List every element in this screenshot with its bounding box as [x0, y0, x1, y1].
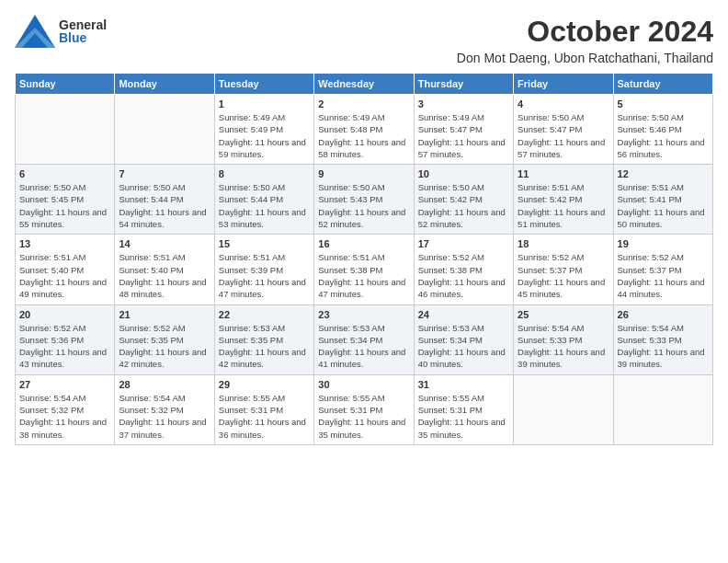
day-info: Sunrise: 5:51 AMSunset: 5:40 PMDaylight:…	[19, 251, 110, 300]
col-saturday: Saturday	[613, 74, 712, 95]
day-number: 13	[19, 238, 110, 249]
day-number: 31	[418, 379, 509, 390]
day-info: Sunrise: 5:51 AMSunset: 5:40 PMDaylight:…	[119, 251, 210, 300]
calendar-cell: 27Sunrise: 5:54 AMSunset: 5:32 PMDayligh…	[16, 374, 115, 444]
logo-blue-text: Blue	[59, 31, 107, 44]
calendar-cell: 26Sunrise: 5:54 AMSunset: 5:33 PMDayligh…	[613, 304, 712, 374]
calendar-cell: 20Sunrise: 5:52 AMSunset: 5:36 PMDayligh…	[16, 304, 115, 374]
day-info: Sunrise: 5:54 AMSunset: 5:33 PMDaylight:…	[518, 322, 609, 371]
day-info: Sunrise: 5:53 AMSunset: 5:34 PMDaylight:…	[318, 322, 409, 371]
calendar-week-4: 20Sunrise: 5:52 AMSunset: 5:36 PMDayligh…	[16, 304, 713, 374]
day-info: Sunrise: 5:49 AMSunset: 5:47 PMDaylight:…	[418, 111, 509, 160]
day-info: Sunrise: 5:50 AMSunset: 5:44 PMDaylight:…	[219, 181, 310, 230]
calendar-cell: 28Sunrise: 5:54 AMSunset: 5:32 PMDayligh…	[115, 374, 214, 444]
day-number: 2	[318, 98, 409, 109]
day-info: Sunrise: 5:55 AMSunset: 5:31 PMDaylight:…	[318, 392, 409, 441]
day-info: Sunrise: 5:50 AMSunset: 5:44 PMDaylight:…	[119, 181, 210, 230]
calendar-cell: 5Sunrise: 5:50 AMSunset: 5:46 PMDaylight…	[613, 95, 712, 165]
day-info: Sunrise: 5:51 AMSunset: 5:38 PMDaylight:…	[318, 251, 409, 300]
calendar-table: Sunday Monday Tuesday Wednesday Thursday…	[15, 73, 713, 445]
calendar-cell: 21Sunrise: 5:52 AMSunset: 5:35 PMDayligh…	[115, 304, 214, 374]
calendar-header-row: Sunday Monday Tuesday Wednesday Thursday…	[16, 74, 713, 95]
col-sunday: Sunday	[16, 74, 115, 95]
calendar-cell: 4Sunrise: 5:50 AMSunset: 5:47 PMDaylight…	[514, 95, 613, 165]
day-number: 3	[418, 98, 509, 109]
location-title: Don Mot Daeng, Ubon Ratchathani, Thailan…	[457, 51, 713, 65]
calendar-week-5: 27Sunrise: 5:54 AMSunset: 5:32 PMDayligh…	[16, 374, 713, 444]
day-number: 27	[19, 379, 110, 390]
calendar-cell: 15Sunrise: 5:51 AMSunset: 5:39 PMDayligh…	[214, 235, 313, 304]
calendar-cell: 16Sunrise: 5:51 AMSunset: 5:38 PMDayligh…	[314, 235, 414, 304]
month-title: October 2024	[457, 15, 713, 49]
day-number: 5	[618, 98, 709, 109]
day-number: 26	[618, 309, 709, 320]
day-number: 14	[119, 238, 210, 249]
day-info: Sunrise: 5:53 AMSunset: 5:35 PMDaylight:…	[219, 322, 310, 371]
col-friday: Friday	[514, 74, 613, 95]
day-info: Sunrise: 5:50 AMSunset: 5:47 PMDaylight:…	[518, 111, 609, 160]
logo-text: General Blue	[59, 18, 107, 44]
day-number: 16	[318, 238, 409, 249]
day-number: 7	[119, 168, 210, 179]
day-number: 10	[418, 168, 509, 179]
title-block: October 2024 Don Mot Daeng, Ubon Ratchat…	[457, 15, 713, 65]
day-number: 29	[219, 379, 310, 390]
calendar-cell: 10Sunrise: 5:50 AMSunset: 5:42 PMDayligh…	[414, 165, 513, 235]
calendar-week-3: 13Sunrise: 5:51 AMSunset: 5:40 PMDayligh…	[16, 235, 713, 304]
day-info: Sunrise: 5:53 AMSunset: 5:34 PMDaylight:…	[418, 322, 509, 371]
day-info: Sunrise: 5:50 AMSunset: 5:42 PMDaylight:…	[418, 181, 509, 230]
day-info: Sunrise: 5:54 AMSunset: 5:32 PMDaylight:…	[19, 392, 110, 441]
calendar-cell: 9Sunrise: 5:50 AMSunset: 5:43 PMDaylight…	[314, 165, 414, 235]
header: General Blue October 2024 Don Mot Daeng,…	[15, 15, 713, 65]
day-number: 15	[219, 238, 310, 249]
calendar-cell: 25Sunrise: 5:54 AMSunset: 5:33 PMDayligh…	[514, 304, 613, 374]
calendar-cell: 24Sunrise: 5:53 AMSunset: 5:34 PMDayligh…	[414, 304, 513, 374]
calendar-cell: 7Sunrise: 5:50 AMSunset: 5:44 PMDaylight…	[115, 165, 214, 235]
calendar-cell	[613, 374, 712, 444]
calendar-cell: 2Sunrise: 5:49 AMSunset: 5:48 PMDaylight…	[314, 95, 414, 165]
day-info: Sunrise: 5:50 AMSunset: 5:45 PMDaylight:…	[19, 181, 110, 230]
calendar-cell: 1Sunrise: 5:49 AMSunset: 5:49 PMDaylight…	[214, 95, 313, 165]
day-number: 21	[119, 309, 210, 320]
day-number: 12	[618, 168, 709, 179]
calendar-cell: 11Sunrise: 5:51 AMSunset: 5:42 PMDayligh…	[514, 165, 613, 235]
day-info: Sunrise: 5:51 AMSunset: 5:42 PMDaylight:…	[518, 181, 609, 230]
day-number: 9	[318, 168, 409, 179]
day-number: 6	[19, 168, 110, 179]
col-monday: Monday	[115, 74, 214, 95]
day-number: 22	[219, 309, 310, 320]
day-number: 28	[119, 379, 210, 390]
calendar-cell: 13Sunrise: 5:51 AMSunset: 5:40 PMDayligh…	[16, 235, 115, 304]
calendar-cell: 12Sunrise: 5:51 AMSunset: 5:41 PMDayligh…	[613, 165, 712, 235]
day-number: 24	[418, 309, 509, 320]
day-number: 1	[219, 98, 310, 109]
day-info: Sunrise: 5:49 AMSunset: 5:49 PMDaylight:…	[219, 111, 310, 160]
calendar-cell: 3Sunrise: 5:49 AMSunset: 5:47 PMDaylight…	[414, 95, 513, 165]
day-number: 11	[518, 168, 609, 179]
calendar-cell: 30Sunrise: 5:55 AMSunset: 5:31 PMDayligh…	[314, 374, 414, 444]
day-info: Sunrise: 5:49 AMSunset: 5:48 PMDaylight:…	[318, 111, 409, 160]
calendar-cell: 23Sunrise: 5:53 AMSunset: 5:34 PMDayligh…	[314, 304, 414, 374]
page: General Blue October 2024 Don Mot Daeng,…	[0, 0, 728, 563]
logo: General Blue	[15, 15, 107, 48]
calendar-cell: 6Sunrise: 5:50 AMSunset: 5:45 PMDaylight…	[16, 165, 115, 235]
day-info: Sunrise: 5:51 AMSunset: 5:41 PMDaylight:…	[618, 181, 709, 230]
day-info: Sunrise: 5:54 AMSunset: 5:33 PMDaylight:…	[618, 322, 709, 371]
day-number: 4	[518, 98, 609, 109]
calendar-cell: 8Sunrise: 5:50 AMSunset: 5:44 PMDaylight…	[214, 165, 313, 235]
calendar-week-2: 6Sunrise: 5:50 AMSunset: 5:45 PMDaylight…	[16, 165, 713, 235]
day-info: Sunrise: 5:55 AMSunset: 5:31 PMDaylight:…	[219, 392, 310, 441]
day-number: 23	[318, 309, 409, 320]
calendar-cell	[514, 374, 613, 444]
day-info: Sunrise: 5:52 AMSunset: 5:37 PMDaylight:…	[518, 251, 609, 300]
col-wednesday: Wednesday	[314, 74, 414, 95]
day-info: Sunrise: 5:54 AMSunset: 5:32 PMDaylight:…	[119, 392, 210, 441]
day-info: Sunrise: 5:52 AMSunset: 5:36 PMDaylight:…	[19, 322, 110, 371]
day-number: 30	[318, 379, 409, 390]
calendar-cell: 18Sunrise: 5:52 AMSunset: 5:37 PMDayligh…	[514, 235, 613, 304]
day-info: Sunrise: 5:52 AMSunset: 5:35 PMDaylight:…	[119, 322, 210, 371]
day-number: 8	[219, 168, 310, 179]
calendar-cell: 29Sunrise: 5:55 AMSunset: 5:31 PMDayligh…	[214, 374, 313, 444]
col-tuesday: Tuesday	[214, 74, 313, 95]
day-info: Sunrise: 5:50 AMSunset: 5:43 PMDaylight:…	[318, 181, 409, 230]
